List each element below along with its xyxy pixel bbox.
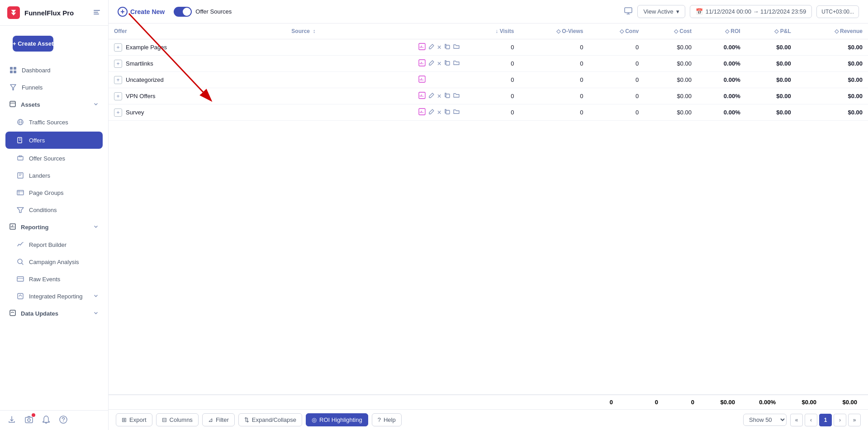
conditions-icon: [16, 206, 24, 214]
show-select[interactable]: Show 50 Show 10 Show 25 Show 100: [743, 414, 787, 426]
row-pl: $0.00: [746, 104, 797, 121]
sidebar-item-conditions[interactable]: Conditions: [0, 201, 108, 218]
sidebar-toggle-icon[interactable]: [93, 8, 101, 18]
row-expand-icon[interactable]: +: [114, 43, 122, 52]
offer-sources-toggle[interactable]: [174, 7, 192, 17]
row-stats-icon[interactable]: [418, 92, 426, 100]
raw-events-icon: [16, 275, 24, 283]
svg-rect-5: [10, 71, 13, 73]
notifications-icon[interactable]: [42, 415, 51, 425]
conditions-label: Conditions: [29, 207, 57, 213]
row-stats-icon[interactable]: [418, 76, 426, 84]
create-asset-button[interactable]: + Create Asset: [13, 36, 53, 52]
page-first-button[interactable]: «: [790, 414, 803, 426]
data-updates-section-header[interactable]: Data Updates: [0, 305, 108, 322]
row-expand-icon[interactable]: +: [114, 109, 122, 117]
row-copy-icon[interactable]: [444, 109, 451, 116]
row-delete-icon[interactable]: ×: [437, 43, 441, 52]
assets-section-header[interactable]: Assets: [0, 96, 108, 113]
row-folder-icon[interactable]: [453, 109, 460, 116]
row-folder-icon[interactable]: [453, 43, 460, 51]
row-expand-icon[interactable]: +: [114, 60, 122, 68]
row-source-cell: [285, 72, 413, 88]
topbar-right: View Active ▾ 📅 11/12/2024 00:00 → 11/12…: [624, 5, 859, 18]
sidebar-item-landers[interactable]: Landers: [0, 167, 108, 184]
row-actions-cell: ×: [413, 88, 465, 104]
row-delete-icon[interactable]: ×: [437, 92, 441, 100]
funnels-label: Funnels: [22, 84, 43, 91]
row-stats-icon[interactable]: [418, 108, 426, 117]
svg-rect-33: [25, 417, 33, 423]
report-builder-label: Report Builder: [29, 241, 66, 248]
expand-collapse-button[interactable]: ⇅ Expand/Collapse: [238, 413, 302, 426]
sidebar-item-raw-events[interactable]: Raw Events: [0, 270, 108, 288]
th-cost[interactable]: ◇ Cost: [644, 24, 697, 39]
th-revenue[interactable]: ◇ Revenue: [797, 24, 868, 39]
page-prev-button[interactable]: ‹: [805, 414, 817, 426]
row-pl: $0.00: [746, 72, 797, 88]
reporting-section-header[interactable]: Reporting: [0, 218, 108, 236]
table-header: Offer Source ↕ ↓ Visits ◇ O-Views ◇ Conv: [109, 24, 868, 39]
svg-rect-58: [446, 94, 450, 98]
th-visits[interactable]: ↓ Visits: [465, 24, 520, 39]
row-oviews: 0: [519, 39, 588, 56]
dashboard-label: Dashboard: [22, 67, 51, 74]
export-icon[interactable]: [7, 415, 16, 425]
sidebar-item-campaign-analysis[interactable]: Campaign Analysis: [0, 253, 108, 270]
row-folder-icon[interactable]: [453, 60, 460, 67]
th-conv[interactable]: ◇ Conv: [588, 24, 644, 39]
table-row: + Survey ×: [109, 104, 868, 121]
page-groups-label: Page Groups: [29, 189, 64, 196]
table-row: + Example Pages ×: [109, 39, 868, 56]
th-source[interactable]: Source ↕: [285, 24, 413, 39]
sidebar-item-dashboard[interactable]: Dashboard: [0, 61, 108, 79]
view-active-button[interactable]: View Active ▾: [637, 5, 685, 18]
th-oviews[interactable]: ◇ O-Views: [519, 24, 588, 39]
pager: « ‹ 1 › »: [790, 414, 861, 426]
row-edit-icon[interactable]: [428, 92, 435, 100]
row-edit-icon[interactable]: [428, 43, 435, 51]
row-copy-icon[interactable]: [444, 43, 451, 51]
page-last-button[interactable]: »: [848, 414, 861, 426]
sidebar-item-offer-sources[interactable]: Offer Sources: [0, 150, 108, 167]
table-row: + VPN Offers ×: [109, 88, 868, 104]
sidebar-item-traffic-sources[interactable]: Traffic Sources: [0, 113, 108, 131]
columns-button[interactable]: ⊟ Columns: [156, 413, 199, 426]
row-edit-icon[interactable]: [428, 109, 435, 116]
sidebar-item-offers[interactable]: Offers: [5, 132, 103, 149]
help-button[interactable]: ? Help: [372, 413, 402, 426]
row-copy-icon[interactable]: [444, 60, 451, 67]
data-updates-label: Data Updates: [21, 310, 58, 317]
row-stats-icon[interactable]: [418, 43, 426, 52]
row-delete-icon[interactable]: ×: [437, 60, 441, 68]
th-pl[interactable]: ◇ P&L: [746, 24, 797, 39]
th-roi[interactable]: ◇ ROI: [697, 24, 746, 39]
row-delete-icon[interactable]: ×: [437, 109, 441, 117]
row-expand-icon[interactable]: +: [114, 92, 122, 100]
row-copy-icon[interactable]: [444, 92, 451, 100]
sidebar-item-integrated-reporting[interactable]: Integrated Reporting: [0, 288, 108, 305]
row-folder-icon[interactable]: [453, 92, 460, 100]
timezone-label: UTC+03:00...: [821, 9, 854, 15]
monitor-icon[interactable]: [624, 6, 633, 17]
sidebar-item-page-groups[interactable]: Page Groups: [0, 184, 108, 201]
create-new-button[interactable]: + Create New: [118, 7, 165, 17]
reporting-subnav: Report Builder Campaign Analysis Raw Eve…: [0, 236, 108, 305]
sidebar-item-report-builder[interactable]: Report Builder: [0, 236, 108, 253]
timezone-button[interactable]: UTC+03:00...: [816, 5, 859, 18]
row-expand-icon[interactable]: +: [114, 76, 122, 84]
sidebar-item-funnels[interactable]: Funnels: [0, 79, 108, 96]
filter-button[interactable]: ⊿ Filter: [202, 413, 235, 426]
page-1-button[interactable]: 1: [819, 414, 832, 426]
export-button[interactable]: ⊞ Export: [116, 413, 152, 426]
roi-highlighting-button[interactable]: ◎ ROI Highlighting: [306, 413, 368, 426]
date-range-button[interactable]: 📅 11/12/2024 00:00 → 11/12/2024 23:59: [690, 5, 812, 18]
row-edit-icon[interactable]: [428, 60, 435, 67]
row-cost: $0.00: [644, 39, 697, 56]
camera-icon[interactable]: [24, 415, 33, 425]
page-next-button[interactable]: ›: [834, 414, 846, 426]
reporting-icon: [9, 223, 16, 232]
help-icon[interactable]: [59, 415, 68, 425]
row-stats-icon[interactable]: [418, 59, 426, 68]
sidebar-bottom: [0, 410, 108, 430]
